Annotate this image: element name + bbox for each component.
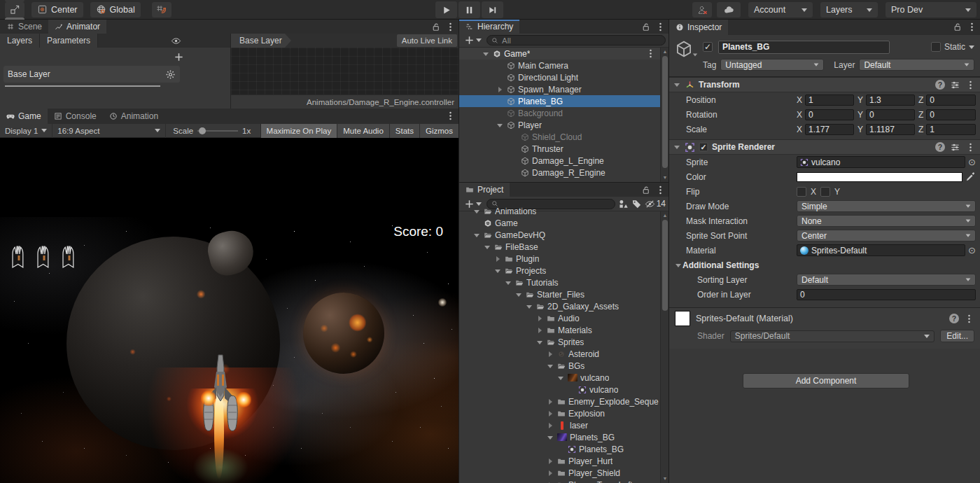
presets-icon[interactable] — [950, 80, 960, 90]
scale-y-field[interactable]: 1.1187 — [866, 124, 915, 135]
scale-x-field[interactable]: 1.177 — [805, 124, 854, 135]
component-enabled-checkbox[interactable] — [699, 143, 708, 152]
disclosure-arrow[interactable] — [547, 410, 554, 418]
flip-y-checkbox[interactable] — [820, 187, 830, 197]
gameobject-cube-icon[interactable] — [675, 40, 693, 58]
project-item-planets-bg[interactable]: Planets_BG — [459, 431, 660, 443]
disclosure-arrow[interactable] — [547, 398, 554, 406]
active-checkbox[interactable] — [703, 42, 713, 52]
disclosure-arrow[interactable] — [547, 457, 554, 465]
breadcrumb[interactable]: Base Layer — [231, 34, 285, 48]
static-toggle[interactable]: Static — [931, 42, 974, 52]
maximize-on-play-button[interactable]: Maximize On Play — [260, 124, 337, 138]
layout-dropdown[interactable]: Pro Dev — [886, 2, 976, 18]
presets-icon[interactable] — [950, 142, 960, 153]
tab-project[interactable]: Project — [459, 183, 510, 197]
project-item-audio[interactable]: Audio — [459, 312, 660, 324]
project-item-asteroid[interactable]: Asteroid — [459, 348, 660, 360]
disclosure-arrow[interactable] — [494, 255, 502, 263]
position-z-field[interactable]: 0 — [926, 94, 976, 106]
project-item-planets-bg[interactable]: Planets_BG — [459, 443, 660, 455]
project-item-bgs[interactable]: BGs — [459, 360, 660, 372]
color-swatch[interactable] — [797, 172, 962, 182]
kebab-menu-icon[interactable] — [965, 142, 976, 153]
layers-dropdown[interactable]: Layers — [820, 2, 878, 18]
hierarchy-item-player[interactable]: Player — [459, 119, 660, 131]
project-item-player-turn-left[interactable]: Player_Turn_Left — [459, 479, 660, 483]
kebab-menu-icon[interactable] — [645, 48, 656, 59]
disclosure-arrow[interactable] — [494, 267, 502, 275]
static-checkbox[interactable] — [931, 42, 941, 52]
position-x-field[interactable]: 1 — [805, 94, 854, 106]
hierarchy-item-spawn-manager[interactable]: Spawn_Manager — [459, 83, 660, 95]
disclosure-arrow[interactable] — [547, 481, 554, 483]
disclosure-arrow[interactable] — [536, 326, 544, 335]
add-layer-button[interactable] — [174, 52, 184, 62]
kebab-menu-icon[interactable] — [964, 314, 974, 324]
shader-dropdown[interactable]: Sprites/Default — [730, 330, 935, 342]
disclosure-arrow[interactable] — [547, 433, 554, 442]
project-item-player-hurt[interactable]: Player_Hurt — [459, 455, 660, 467]
lock-icon[interactable] — [640, 185, 651, 195]
aspect-dropdown[interactable]: 16:9 Aspect — [52, 124, 166, 138]
tab-animation[interactable]: Animation — [103, 108, 164, 124]
project-item-tutorials[interactable]: Tutorials — [459, 276, 660, 288]
project-item-sprites[interactable]: Sprites — [459, 336, 660, 348]
project-scrollbar[interactable]: ▲ ▼ — [660, 211, 668, 483]
hierarchy-item-damage-l-engine[interactable]: Damage_L_Engine — [459, 155, 660, 167]
kebab-menu-icon[interactable] — [655, 22, 666, 32]
disclosure-arrow[interactable] — [547, 421, 554, 430]
kebab-menu-icon[interactable] — [445, 22, 456, 32]
disclosure-arrow[interactable] — [547, 350, 554, 358]
project-item-2d-galaxy-assets[interactable]: 2D_Galaxy_Assets — [459, 300, 660, 312]
hierarchy-item-background[interactable]: Background — [459, 107, 660, 119]
project-item-explosion[interactable]: Explosion — [459, 407, 660, 419]
stats-button[interactable]: Stats — [389, 124, 419, 138]
project-item-animations[interactable]: Animations — [459, 205, 660, 217]
hierarchy-item-directional-light[interactable]: Directional Light — [459, 71, 660, 83]
gameobject-name-field[interactable]: Planets_BG — [718, 41, 890, 54]
object-picker-icon[interactable]: ⊙ — [968, 245, 976, 255]
foldout-arrow[interactable] — [675, 261, 682, 270]
project-item-laser[interactable]: laser — [459, 419, 660, 431]
sprite-object-field[interactable]: vulcano — [797, 156, 965, 168]
scale-z-field[interactable]: 1 — [926, 124, 976, 135]
tab-hierarchy[interactable]: Hierarchy — [459, 20, 519, 34]
position-y-field[interactable]: 1.3 — [866, 94, 915, 106]
foldout-arrow[interactable] — [673, 143, 681, 151]
disclosure-arrow[interactable] — [473, 231, 481, 239]
hierarchy-item-planets-bg[interactable]: Planets_BG — [459, 95, 660, 107]
sorting-layer-dropdown[interactable]: Default — [797, 274, 976, 286]
order-in-layer-field[interactable]: 0 — [797, 289, 976, 300]
sprite-renderer-header[interactable]: Sprite Renderer ? — [669, 139, 980, 155]
project-item-gamedevhq[interactable]: GameDevHQ — [459, 229, 660, 241]
disclosure-arrow[interactable] — [515, 290, 523, 299]
help-icon[interactable]: ? — [949, 314, 959, 323]
mask-interaction-dropdown[interactable]: None — [797, 215, 976, 227]
material-preview-swatch[interactable] — [675, 311, 690, 326]
disclosure-arrow[interactable] — [536, 338, 544, 346]
project-item-enemy-explode-seque[interactable]: Enemy_Explode_Seque — [459, 396, 660, 407]
hierarchy-item-shield-cloud[interactable]: Shield_Cloud — [459, 131, 660, 143]
lock-icon[interactable] — [640, 22, 651, 32]
disclosure-arrow[interactable] — [536, 314, 544, 323]
project-item-player-shield[interactable]: Player_Shield — [459, 467, 660, 479]
project-item-filebase[interactable]: FileBase — [459, 241, 660, 253]
project-item-vulcano[interactable]: vulcano — [459, 384, 660, 396]
disclosure-arrow[interactable] — [496, 121, 504, 130]
rotation-z-field[interactable]: 0 — [926, 109, 976, 120]
project-item-starter-files[interactable]: Starter_Files — [459, 288, 660, 300]
project-item-plugin[interactable]: Plugin — [459, 253, 660, 265]
gizmos-button[interactable]: Gizmos — [419, 124, 458, 138]
eye-icon[interactable] — [171, 36, 181, 46]
gear-icon[interactable] — [165, 69, 176, 80]
sprite-sort-point-dropdown[interactable]: Center — [797, 230, 976, 241]
flip-x-checkbox[interactable] — [797, 187, 806, 197]
draw-mode-dropdown[interactable]: Simple — [797, 200, 976, 212]
project-item-vulcano[interactable]: vulcano — [459, 372, 660, 384]
project-item-projects[interactable]: Projects — [459, 265, 660, 276]
layer-dropdown[interactable]: Default — [859, 59, 974, 71]
project-item-game[interactable]: Game — [459, 217, 660, 229]
hierarchy-item-main-camera[interactable]: Main Camera — [459, 59, 660, 71]
disclosure-arrow[interactable] — [547, 362, 554, 370]
